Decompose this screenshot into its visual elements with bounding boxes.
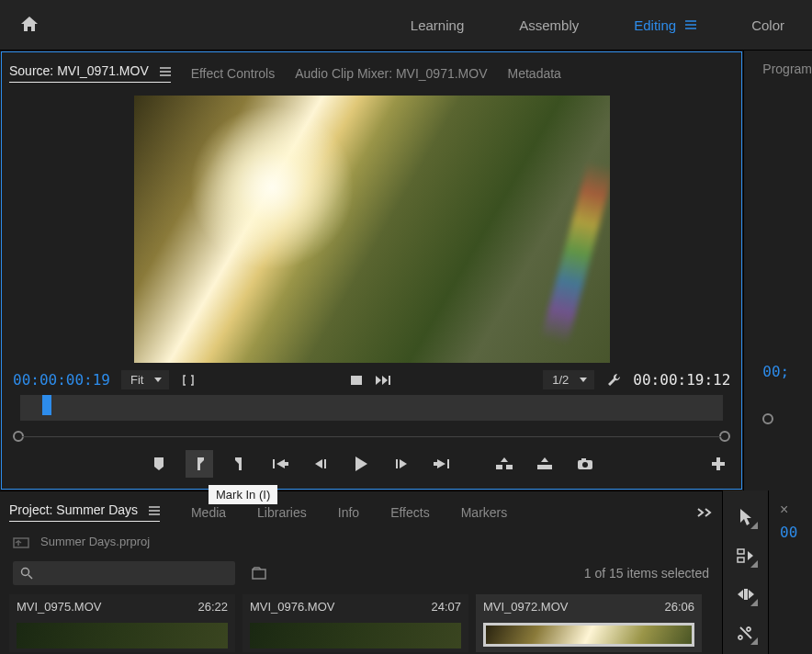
film-icon[interactable] xyxy=(348,372,365,389)
svg-rect-24 xyxy=(447,459,449,468)
bin-item[interactable]: MVI_0975.MOV26:22 xyxy=(9,594,235,652)
project-panel: Project: Summer Days Media Libraries Inf… xyxy=(0,490,722,654)
insert-button[interactable] xyxy=(491,450,518,478)
workspace-label: Editing xyxy=(634,17,676,33)
go-to-out-button[interactable] xyxy=(428,450,456,478)
svg-rect-25 xyxy=(496,465,502,469)
tooltip: Mark In (I) xyxy=(209,485,277,504)
play-button[interactable] xyxy=(347,450,375,478)
step-back-button[interactable] xyxy=(307,450,334,478)
program-panel: Program 00; xyxy=(743,51,812,490)
zoom-handle-left[interactable] xyxy=(13,431,24,442)
svg-marker-27 xyxy=(501,457,508,462)
svg-rect-8 xyxy=(349,382,351,385)
svg-point-32 xyxy=(582,462,588,468)
program-timecode[interactable]: 00; xyxy=(762,363,812,380)
tab-program[interactable]: Program xyxy=(762,62,812,76)
tab-project[interactable]: Project: Summer Days xyxy=(9,502,160,522)
step-forward-button[interactable] xyxy=(388,450,415,478)
bin-thumbnail xyxy=(483,623,694,647)
search-icon xyxy=(20,567,33,580)
timecode-in[interactable]: 00:00:00:19 xyxy=(13,371,110,389)
workspace-tab-assembly[interactable]: Assembly xyxy=(491,0,606,50)
svg-rect-14 xyxy=(273,459,275,468)
skip-icon[interactable] xyxy=(376,372,392,389)
bin-item[interactable]: MVI_0976.MOV24:07 xyxy=(242,594,468,652)
search-input[interactable] xyxy=(13,561,235,585)
svg-rect-6 xyxy=(351,376,362,385)
svg-marker-19 xyxy=(355,457,367,471)
preview-image xyxy=(134,96,610,363)
tab-label: Source: MVI_0971.MOV xyxy=(9,63,149,78)
add-marker-button[interactable] xyxy=(145,450,173,478)
selection-tool[interactable] xyxy=(736,507,756,527)
svg-rect-22 xyxy=(434,462,437,466)
sequence-timecode[interactable]: 00 xyxy=(780,524,812,541)
svg-rect-35 xyxy=(712,462,725,466)
panel-menu-icon[interactable] xyxy=(149,506,160,515)
item-count-label: 1 of 15 items selected xyxy=(584,566,709,581)
panel-menu-icon[interactable] xyxy=(685,20,696,29)
tab-info[interactable]: Info xyxy=(338,505,359,520)
svg-marker-11 xyxy=(376,376,381,385)
workspace-tab-color[interactable]: Color xyxy=(724,0,812,50)
project-filename: Summer Days.prproj xyxy=(40,535,150,548)
workspace-tab-editing[interactable]: Editing xyxy=(606,0,724,50)
svg-rect-42 xyxy=(253,569,265,579)
nav-up-icon[interactable] xyxy=(13,536,29,548)
go-to-in-button[interactable] xyxy=(266,450,294,478)
bin-name: MVI_0976.MOV xyxy=(250,600,335,614)
source-preview[interactable] xyxy=(2,96,741,363)
tab-libraries[interactable]: Libraries xyxy=(257,505,307,520)
home-icon[interactable] xyxy=(18,14,40,36)
workspace-label: Learning xyxy=(411,17,464,33)
tab-effects[interactable]: Effects xyxy=(390,505,430,520)
svg-rect-18 xyxy=(324,459,326,468)
bin-duration: 26:06 xyxy=(664,600,694,614)
bin-thumbnail xyxy=(17,623,228,648)
tab-media[interactable]: Media xyxy=(191,505,226,520)
bracket-icon[interactable] xyxy=(180,372,197,389)
close-icon[interactable]: × xyxy=(780,502,788,517)
zoom-dropdown[interactable]: Fit xyxy=(121,370,169,389)
workspace-tab-learning[interactable]: Learning xyxy=(383,0,491,50)
tab-effect-controls[interactable]: Effect Controls xyxy=(191,66,276,81)
track-select-tool[interactable] xyxy=(736,546,756,566)
panel-menu-icon[interactable] xyxy=(160,67,171,76)
bin-duration: 26:22 xyxy=(197,600,228,614)
ripple-edit-tool[interactable] xyxy=(736,584,756,604)
svg-marker-43 xyxy=(740,509,751,525)
button-editor[interactable] xyxy=(705,450,732,478)
overflow-button[interactable] xyxy=(696,507,713,518)
export-frame-button[interactable] xyxy=(571,450,599,478)
svg-rect-33 xyxy=(581,458,586,461)
timecode-out[interactable]: 00:00:19:12 xyxy=(633,371,730,389)
tools-panel xyxy=(722,490,768,654)
zoom-handle-right[interactable] xyxy=(719,431,730,442)
tab-source[interactable]: Source: MVI_0971.MOV xyxy=(9,63,171,83)
playhead[interactable] xyxy=(42,395,51,415)
tab-metadata[interactable]: Metadata xyxy=(508,66,561,81)
svg-marker-15 xyxy=(276,459,285,468)
wrench-icon[interactable] xyxy=(605,372,622,389)
svg-point-40 xyxy=(22,569,29,576)
source-timeline[interactable] xyxy=(20,395,723,421)
bin-name: MVI_0975.MOV xyxy=(17,600,102,614)
mark-out-button[interactable] xyxy=(226,450,254,478)
svg-line-41 xyxy=(28,575,32,579)
mark-in-button[interactable] xyxy=(186,450,213,478)
resolution-dropdown[interactable]: 1/2 xyxy=(543,370,594,389)
svg-rect-28 xyxy=(537,465,552,469)
svg-rect-20 xyxy=(396,459,398,468)
tab-audio-mixer[interactable]: Audio Clip Mixer: MVI_0971.MOV xyxy=(295,66,487,81)
razor-tool[interactable] xyxy=(736,623,756,643)
svg-rect-29 xyxy=(542,463,547,465)
bin-item[interactable]: MVI_0972.MOV26:06 xyxy=(476,594,702,652)
sequence-panel: × 00 xyxy=(768,490,812,654)
svg-rect-26 xyxy=(506,465,513,469)
zoom-scrollbar[interactable] xyxy=(13,428,730,445)
overwrite-button[interactable] xyxy=(531,450,558,478)
new-bin-icon[interactable] xyxy=(252,567,268,580)
tab-markers[interactable]: Markers xyxy=(461,505,508,520)
program-zoom-handle[interactable] xyxy=(762,413,773,424)
